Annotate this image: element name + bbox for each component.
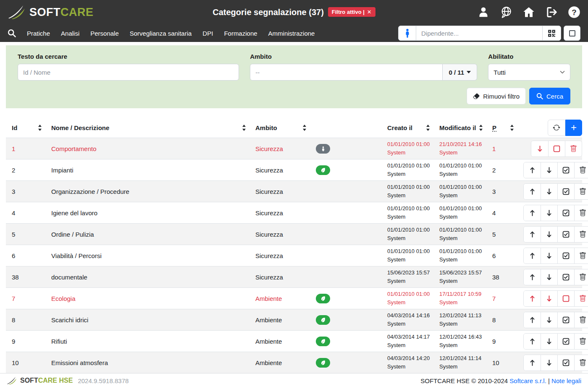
move-up-button[interactable]	[524, 227, 541, 242]
move-up-button[interactable]	[524, 184, 541, 199]
enabled-checkbox[interactable]	[557, 205, 574, 221]
table-row[interactable]: 8 Scarichi idrici Ambiente 04/03/2014 14…	[6, 309, 582, 330]
search-text-input[interactable]	[18, 64, 239, 81]
sort-icon[interactable]	[426, 125, 430, 131]
row-name[interactable]: documentale	[45, 274, 249, 281]
move-down-button[interactable]	[541, 184, 557, 199]
move-up-button[interactable]	[524, 312, 541, 328]
row-name[interactable]: Impianti	[45, 167, 249, 174]
move-down-button[interactable]	[541, 291, 557, 306]
nav-item-personale[interactable]: Personale	[90, 30, 119, 37]
move-down-button[interactable]	[541, 227, 557, 242]
move-down-button[interactable]	[541, 269, 557, 285]
move-up-button[interactable]	[524, 248, 541, 264]
delete-button[interactable]	[574, 205, 588, 221]
table-row[interactable]: 2 Impianti Sicurezza 01/01/2010 01:00Sys…	[6, 159, 582, 180]
nav-item-amministrazione[interactable]: Amministrazione	[268, 30, 315, 37]
move-down-button[interactable]	[541, 355, 557, 371]
legal-notes-link[interactable]: Note legali	[551, 377, 581, 384]
enabled-checkbox[interactable]	[557, 227, 574, 242]
enabled-checkbox[interactable]	[557, 184, 574, 199]
active-filter-badge[interactable]: Filtro attivo |✕	[328, 7, 375, 17]
ambito-multiselect-button[interactable]: 0 / 11	[443, 64, 477, 81]
delete-button[interactable]	[574, 184, 588, 199]
sort-icon[interactable]	[302, 125, 307, 131]
row-modified: 01/01/2010 01:00System	[433, 183, 486, 200]
qr-scan-button[interactable]	[542, 26, 561, 40]
move-up-button[interactable]	[524, 205, 541, 221]
logout-icon[interactable]	[545, 6, 558, 18]
move-up-button[interactable]	[524, 269, 541, 285]
abilitato-select[interactable]: Tutti	[488, 64, 570, 81]
enabled-checkbox[interactable]	[557, 269, 574, 285]
row-name[interactable]: Ordine / Pulizia	[45, 231, 249, 238]
refresh-button[interactable]	[548, 120, 565, 136]
nav-item-formazione[interactable]: Formazione	[224, 30, 257, 37]
move-down-button[interactable]	[541, 248, 557, 264]
row-name[interactable]: Rifiuti	[45, 338, 249, 345]
row-name[interactable]: Scarichi idrici	[45, 316, 249, 324]
nav-item-dpi[interactable]: DPI	[202, 30, 213, 37]
search-button[interactable]: Cerca	[529, 88, 570, 104]
table-row[interactable]: 4 Igiene del lavoro Sicurezza 01/01/2010…	[6, 202, 582, 223]
disabled-checkbox[interactable]	[557, 291, 574, 306]
clear-filter-icon[interactable]: ✕	[367, 9, 372, 15]
add-category-button[interactable]: +	[565, 120, 582, 136]
enabled-checkbox[interactable]	[557, 162, 574, 178]
delete-button[interactable]	[574, 355, 588, 371]
row-name[interactable]: Ecologia	[45, 295, 249, 302]
delete-button[interactable]	[574, 334, 588, 349]
table-row[interactable]: 6 Viabilità / Percorsi Sicurezza 01/01/2…	[6, 245, 582, 266]
nav-item-analisi[interactable]: Analisi	[61, 30, 79, 37]
disabled-checkbox[interactable]	[548, 141, 565, 157]
sort-icon[interactable]	[242, 125, 246, 131]
move-down-button[interactable]	[541, 162, 557, 178]
row-name[interactable]: Igiene del lavoro	[45, 209, 249, 217]
delete-button[interactable]	[574, 312, 588, 328]
delete-button[interactable]	[574, 162, 588, 178]
help-icon[interactable]: ?	[568, 6, 580, 18]
toggle-panel-button[interactable]	[564, 26, 580, 41]
sort-icon[interactable]	[38, 125, 42, 131]
move-up-button[interactable]	[524, 355, 541, 371]
enabled-checkbox[interactable]	[557, 355, 574, 371]
table-row[interactable]: 7 Ecologia Ambiente 01/01/2010 01:00Syst…	[6, 287, 582, 309]
move-down-button[interactable]	[541, 205, 557, 221]
delete-button[interactable]	[565, 141, 582, 157]
sort-icon[interactable]	[479, 125, 483, 131]
table-row[interactable]: 38 documentale Sicurezza 15/06/2023 15:5…	[6, 266, 582, 287]
table-row[interactable]: 3 Organizzazione / Procedure Sicurezza 0…	[6, 180, 582, 202]
move-up-button[interactable]	[524, 291, 541, 306]
row-name[interactable]: Emissioni atmosfera	[45, 359, 249, 366]
home-icon[interactable]	[522, 6, 535, 18]
delete-button[interactable]	[574, 291, 588, 306]
table-row[interactable]: 5 Ordine / Pulizia Sicurezza 01/01/2010 …	[6, 223, 582, 245]
move-up-button[interactable]	[524, 334, 541, 349]
language-icon[interactable]	[500, 6, 512, 18]
row-name[interactable]: Comportamento	[45, 145, 249, 152]
move-down-button[interactable]	[541, 334, 557, 349]
move-up-button[interactable]	[524, 162, 541, 178]
move-down-button[interactable]	[531, 141, 548, 157]
enabled-checkbox[interactable]	[557, 312, 574, 328]
nav-item-sorveglianza-sanitaria[interactable]: Sorveglianza sanitaria	[130, 30, 192, 37]
remove-filter-button[interactable]: Rimuovi filtro	[467, 88, 526, 104]
nav-item-pratiche[interactable]: Pratiche	[27, 30, 50, 37]
enabled-checkbox[interactable]	[557, 334, 574, 349]
move-down-button[interactable]	[541, 312, 557, 328]
row-name[interactable]: Viabilità / Percorsi	[45, 252, 249, 259]
delete-button[interactable]	[574, 269, 588, 285]
ambito-input[interactable]	[250, 64, 443, 81]
company-link[interactable]: Softcare s.r.l.	[509, 377, 546, 384]
sort-icon[interactable]	[510, 125, 514, 131]
employee-search-input[interactable]	[416, 26, 542, 40]
user-profile-icon[interactable]	[477, 6, 490, 18]
delete-button[interactable]	[574, 248, 588, 264]
row-name[interactable]: Organizzazione / Procedure	[45, 188, 249, 195]
global-search-icon[interactable]	[8, 29, 16, 37]
table-row[interactable]: 9 Rifiuti Ambiente 04/03/2014 14:17Syste…	[6, 330, 582, 352]
table-row[interactable]: 10 Emissioni atmosfera Ambiente 04/03/20…	[6, 352, 582, 373]
enabled-checkbox[interactable]	[557, 248, 574, 264]
table-row[interactable]: 1 Comportamento Sicurezza 01/01/2010 01:…	[6, 138, 582, 159]
delete-button[interactable]	[574, 227, 588, 242]
